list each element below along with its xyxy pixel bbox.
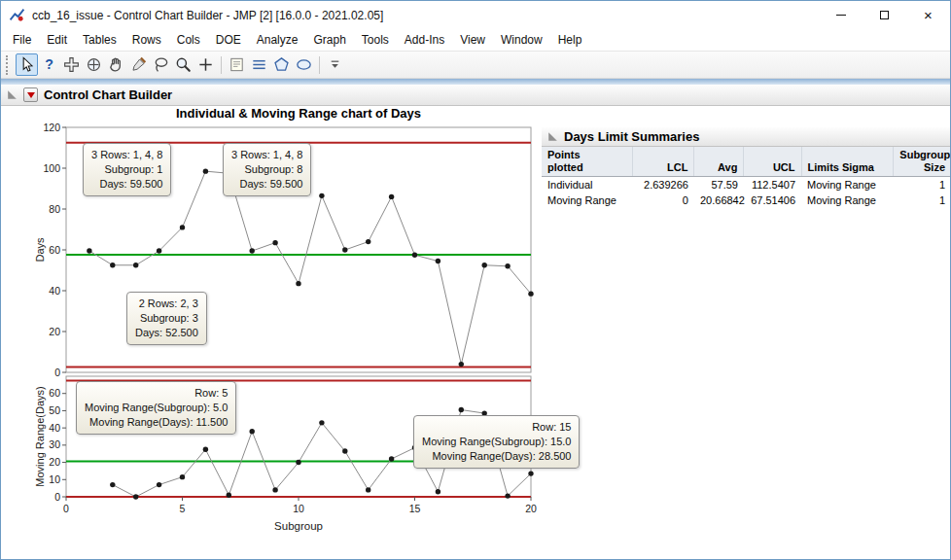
red-triangle-icon <box>27 92 35 98</box>
data-point[interactable] <box>389 194 394 199</box>
data-point[interactable] <box>366 239 370 244</box>
oval-annotation-tool-icon[interactable] <box>293 53 315 76</box>
brush-tool-icon[interactable] <box>127 53 150 76</box>
data-point[interactable] <box>505 263 510 268</box>
data-point[interactable] <box>133 262 138 267</box>
toolbar-overflow-icon[interactable] <box>324 53 346 76</box>
data-point[interactable] <box>250 429 255 434</box>
line-annotation-tool-icon[interactable] <box>248 53 270 76</box>
data-point[interactable] <box>110 262 115 267</box>
table-row: Individual 2.639266 57.59 112.5407 Movin… <box>542 177 951 192</box>
data-point[interactable] <box>227 493 231 498</box>
summary-cell: 57.59 <box>694 177 744 192</box>
data-point[interactable] <box>436 259 440 263</box>
hover-label-line: Days: 59.500 <box>231 177 302 192</box>
pointer-tool-icon[interactable] <box>16 53 38 76</box>
plus-tool-icon[interactable] <box>194 53 217 76</box>
menu-cols[interactable]: Cols <box>169 30 208 50</box>
disclosure-triangle-icon[interactable] <box>547 131 558 142</box>
toolbar-separator <box>319 56 320 74</box>
y-tick-label: 20 <box>49 326 60 337</box>
data-point[interactable] <box>110 482 115 487</box>
limit-summaries-table: Pointsplotted LCL Avg UCL Limits Sigma S… <box>542 147 951 208</box>
menu-view[interactable]: View <box>452 30 493 50</box>
summary-cell: Moving Range <box>801 177 894 192</box>
data-point[interactable] <box>272 240 277 245</box>
menu-tables[interactable]: Tables <box>75 30 124 50</box>
toolbar-tools: ? <box>16 53 346 76</box>
crosshair-tool-icon[interactable] <box>60 53 83 76</box>
header-line: Avg <box>700 161 737 174</box>
target-tool-icon[interactable] <box>83 53 105 76</box>
x-tick-label: 15 <box>409 503 421 514</box>
data-point[interactable] <box>250 248 255 253</box>
menu-help[interactable]: Help <box>550 30 590 50</box>
data-point[interactable] <box>412 253 417 258</box>
data-point[interactable] <box>157 248 161 253</box>
y-tick-label: 40 <box>49 285 60 297</box>
hover-label-row-5: Row: 5 Moving Range(Subgroup): 5.0 Movin… <box>76 381 236 435</box>
jmp-app-icon <box>9 7 25 23</box>
header-line: Points <box>547 149 626 161</box>
y-tick-label: 0 <box>54 367 60 378</box>
data-point[interactable] <box>87 248 91 253</box>
hover-label-subgroup-8: 3 Rows: 1, 4, 8 Subgroup: 8 Days: 59.500 <box>223 143 311 196</box>
menu-window[interactable]: Window <box>493 30 550 50</box>
data-point[interactable] <box>133 494 138 499</box>
data-point[interactable] <box>319 420 324 425</box>
disclosure-triangle-icon[interactable] <box>7 89 18 100</box>
hover-label-line: Moving Range(Days): 28.500 <box>422 449 571 464</box>
maximize-button[interactable] <box>863 1 906 29</box>
menu-tools[interactable]: Tools <box>354 30 397 50</box>
close-button[interactable]: × <box>906 1 950 29</box>
hover-label-subgroup-1: 3 Rows: 1, 4, 8 Subgroup: 1 Days: 59.500 <box>83 143 171 196</box>
menu-add-ins[interactable]: Add-Ins <box>397 30 452 50</box>
data-point[interactable] <box>203 447 208 452</box>
data-point[interactable] <box>296 281 300 286</box>
summary-cell: 20.66842 <box>694 192 744 208</box>
grabber-tool-icon[interactable] <box>105 53 127 76</box>
menu-edit[interactable]: Edit <box>39 30 75 50</box>
data-point[interactable] <box>296 460 300 465</box>
data-point[interactable] <box>505 493 510 498</box>
menu-file[interactable]: File <box>5 30 39 50</box>
data-point[interactable] <box>528 471 533 475</box>
hover-label-line: Days: 59.500 <box>91 177 162 192</box>
data-point[interactable] <box>342 247 347 252</box>
annotation-tool-icon[interactable] <box>226 53 248 76</box>
polygon-annotation-tool-icon[interactable] <box>270 53 293 76</box>
data-point[interactable] <box>528 291 533 296</box>
data-point[interactable] <box>389 456 394 461</box>
data-point[interactable] <box>272 487 277 492</box>
data-point[interactable] <box>319 193 324 198</box>
toolbar-grip[interactable] <box>6 55 11 75</box>
menu-doe[interactable]: DOE <box>208 30 249 50</box>
x-tick-label: 0 <box>63 503 69 514</box>
data-point[interactable] <box>180 225 185 229</box>
data-point[interactable] <box>203 168 208 173</box>
summary-cell: 2.639266 <box>633 177 694 192</box>
magnifier-tool-icon[interactable] <box>172 53 194 76</box>
menu-rows[interactable]: Rows <box>124 30 169 50</box>
lasso-tool-icon[interactable] <box>150 53 172 76</box>
x-tick-label: 10 <box>293 503 304 514</box>
table-header-row: Pointsplotted LCL Avg UCL Limits Sigma S… <box>542 147 951 177</box>
summary-cell: Moving Range <box>801 192 894 208</box>
data-point[interactable] <box>436 489 440 494</box>
data-point[interactable] <box>342 448 347 453</box>
data-point[interactable] <box>482 262 487 267</box>
help-tool-icon[interactable]: ? <box>38 53 60 76</box>
data-point[interactable] <box>459 362 464 367</box>
summary-cell: 0 <box>633 192 694 208</box>
hover-label-row-15: Row: 15 Moving Range(Subgroup): 15.0 Mov… <box>413 415 580 469</box>
data-point[interactable] <box>180 474 185 479</box>
hover-label-line: 2 Rows: 2, 3 <box>135 297 198 311</box>
data-point[interactable] <box>157 482 161 487</box>
window-controls: × <box>819 1 950 29</box>
data-point[interactable] <box>459 407 464 412</box>
menu-analyze[interactable]: Analyze <box>249 30 306 50</box>
menu-graph[interactable]: Graph <box>305 30 353 50</box>
minimize-button[interactable] <box>819 1 863 29</box>
data-point[interactable] <box>366 487 370 492</box>
toolbar-separator <box>221 56 222 74</box>
